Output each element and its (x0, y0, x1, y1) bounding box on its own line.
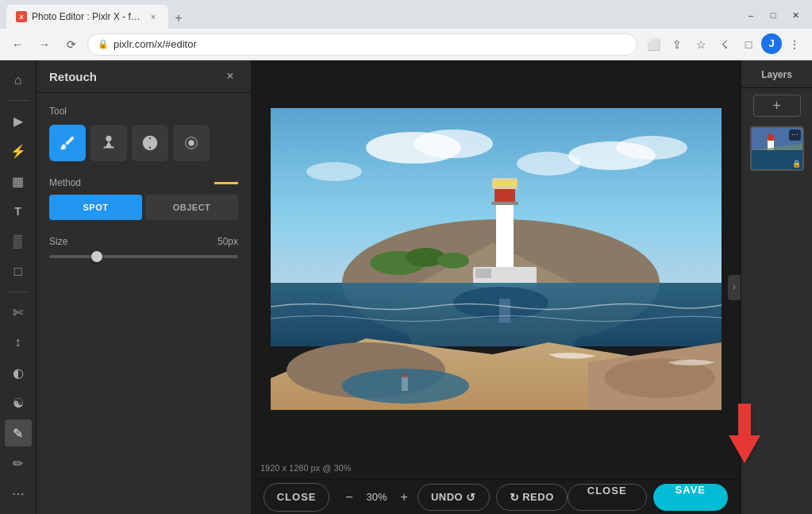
layers-header: Layers (741, 60, 812, 88)
panel-close-button[interactable]: × (222, 68, 238, 84)
split-view-button[interactable]: □ (737, 33, 760, 56)
retouch-panel: Retouch × Tool Method (37, 60, 251, 514)
panel-title: Retouch (49, 70, 97, 83)
paint-tool[interactable]: ✏ (5, 450, 32, 477)
lightning-tool[interactable]: ⚡ (5, 137, 32, 164)
left-toolbar: ⌂ ▶ ⚡ ▦ T ▒ □ ✄ ↕ ◐ ☯ ✎ ✏ ⋯ (0, 60, 37, 514)
select-tool[interactable]: ▶ (5, 107, 32, 134)
retouch-tool[interactable]: ✎ (5, 419, 32, 446)
spiral-tool[interactable]: ☯ (5, 389, 32, 416)
profile-button[interactable]: J (761, 33, 782, 54)
url-text: pixlr.com/x/#editor (114, 38, 197, 50)
crop-tool[interactable]: □ (5, 258, 32, 285)
layer-lock-icon: 🔒 (792, 160, 801, 168)
redo-icon: ↻ (510, 491, 520, 504)
extension-button[interactable]: ☇ (714, 33, 736, 56)
lock-icon: 🔒 (98, 39, 109, 49)
svg-point-7 (616, 136, 687, 160)
brush-tool-btn[interactable] (49, 125, 86, 161)
size-value: 50px (217, 236, 238, 247)
panel-header: Retouch × (37, 60, 251, 93)
object-method-btn[interactable]: OBJECT (145, 195, 238, 220)
maximize-button[interactable]: □ (763, 6, 783, 24)
undo-button[interactable]: UNDO ↺ (418, 484, 490, 511)
back-button[interactable]: ← (6, 33, 29, 56)
zoom-value: 30% (363, 491, 391, 503)
divider-1 (7, 100, 29, 101)
pattern-tool[interactable]: ▒ (5, 228, 32, 255)
svg-point-4 (414, 129, 493, 158)
dodge-tool-btn[interactable] (173, 125, 210, 161)
close-right-button[interactable]: CLOSE (568, 484, 647, 511)
divider-2 (7, 292, 29, 292)
layer-item[interactable]: ⋯ 🔒 (750, 126, 804, 171)
undo-icon: ↺ (466, 491, 476, 504)
svg-rect-17 (493, 181, 517, 186)
cast-button[interactable]: ⬜ (642, 33, 664, 56)
method-accent (214, 182, 238, 184)
red-arrow-indicator (721, 400, 768, 466)
panel-collapse-button[interactable]: › (728, 275, 741, 300)
size-slider[interactable] (49, 255, 238, 258)
menu-button[interactable]: ⋮ (783, 33, 806, 56)
browser-tab[interactable]: X Photo Editor : Pixlr X - free im... × (6, 5, 168, 29)
new-tab-button[interactable]: + (168, 8, 189, 29)
size-section-label: Size (49, 236, 67, 247)
scissors-tool[interactable]: ✄ (5, 299, 32, 326)
canvas-container[interactable] (251, 60, 741, 457)
canvas-area: › (251, 60, 741, 514)
tab-favicon: X (16, 11, 27, 22)
svg-point-8 (306, 162, 362, 181)
canvas-image[interactable] (271, 108, 722, 410)
undo-label: UNDO (431, 491, 463, 503)
size-row: Size 50px (49, 236, 238, 247)
spot-method-btn[interactable]: SPOT (49, 195, 142, 220)
svg-point-1 (188, 140, 194, 145)
bottom-center-controls: − 30% + UNDO ↺ ↻ REDO (342, 484, 568, 511)
bottom-toolbar: CLOSE − 30% + UNDO ↺ ↻ REDO CLOSE SAVE (251, 479, 741, 514)
adjust-tool[interactable]: ↕ (5, 329, 32, 356)
layer-menu-button[interactable]: ⋯ (789, 129, 801, 141)
layers-title: Layers (761, 69, 792, 80)
tab-close-button[interactable]: × (148, 11, 159, 22)
share-button[interactable]: ⇪ (666, 33, 688, 56)
tool-buttons-row (49, 125, 238, 161)
slider-thumb[interactable] (91, 251, 102, 262)
canvas-status-bar: 1920 x 1280 px @ 30% (251, 457, 741, 479)
zoom-in-button[interactable]: + (398, 487, 411, 508)
redo-button[interactable]: ↻ REDO (496, 484, 568, 511)
svg-rect-24 (499, 299, 510, 323)
forward-button[interactable]: → (33, 33, 56, 56)
svg-rect-28 (402, 377, 408, 391)
close-left-button[interactable]: CLOSE (264, 483, 329, 512)
method-row: Method (49, 177, 238, 188)
circle-half-tool[interactable]: ◐ (5, 359, 32, 386)
method-section-label: Method (49, 177, 81, 188)
canvas-info-text: 1920 x 1280 px @ 30% (260, 463, 352, 473)
svg-marker-37 (729, 404, 760, 463)
more-tools[interactable]: ⋯ (5, 480, 32, 507)
redo-label: REDO (522, 491, 554, 503)
bottom-right-buttons: CLOSE SAVE (568, 484, 741, 511)
method-buttons-row: SPOT OBJECT (49, 195, 238, 220)
blur-tool-btn[interactable] (132, 125, 168, 161)
stamp-tool-btn[interactable] (90, 125, 127, 161)
home-tool[interactable]: ⌂ (5, 67, 32, 94)
window-close-button[interactable]: ✕ (785, 6, 806, 24)
minimize-button[interactable]: – (741, 6, 761, 24)
refresh-button[interactable]: ⟳ (60, 33, 83, 56)
add-layer-button[interactable]: + (753, 95, 801, 117)
svg-rect-18 (491, 202, 518, 205)
bookmark-button[interactable]: ☆ (690, 33, 712, 56)
svg-point-13 (437, 253, 469, 269)
tool-section-label: Tool (49, 106, 238, 117)
grid-tool[interactable]: ▦ (5, 168, 32, 195)
svg-point-29 (401, 373, 409, 378)
zoom-out-button[interactable]: − (342, 487, 356, 508)
svg-rect-34 (768, 134, 774, 141)
svg-rect-21 (475, 269, 491, 278)
address-bar[interactable]: 🔒 pixlr.com/x/#editor (87, 33, 637, 56)
save-button[interactable]: SAVE (653, 484, 728, 511)
tab-title: Photo Editor : Pixlr X - free im... (32, 11, 143, 22)
text-tool[interactable]: T (5, 198, 32, 225)
